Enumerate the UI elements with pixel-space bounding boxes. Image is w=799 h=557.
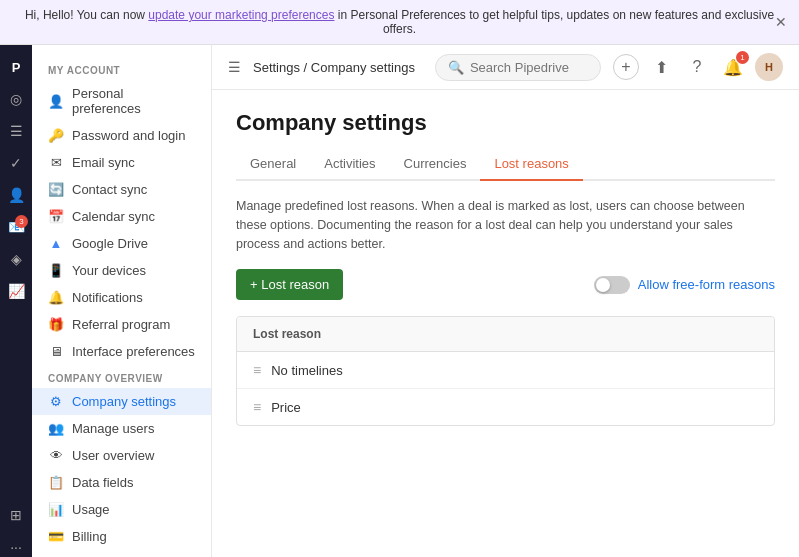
action-row: + Lost reason Allow free-form reasons xyxy=(236,269,775,300)
sidebar-label: Interface preferences xyxy=(72,344,195,359)
breadcrumb-current: Company settings xyxy=(311,60,415,75)
sidebar-item-company-settings[interactable]: ⚙ Company settings xyxy=(32,388,211,415)
data-fields-icon: 📋 xyxy=(48,475,64,490)
rail-reports-icon[interactable]: 📈 xyxy=(2,277,30,305)
sidebar-item-referral[interactable]: 🎁 Referral program xyxy=(32,311,211,338)
sidebar-item-user-overview[interactable]: 👁 User overview xyxy=(32,442,211,469)
table-header: Lost reason xyxy=(237,317,774,352)
toggle-knob xyxy=(596,278,610,292)
search-icon: 🔍 xyxy=(448,60,464,75)
devices-icon: 📱 xyxy=(48,263,64,278)
sidebar-item-notifications[interactable]: 🔔 Notifications xyxy=(32,284,211,311)
calendar-sync-icon: 📅 xyxy=(48,209,64,224)
add-button[interactable]: + xyxy=(613,54,639,80)
sidebar-label: Usage xyxy=(72,502,110,517)
tab-activities[interactable]: Activities xyxy=(310,148,389,181)
referral-icon: 🎁 xyxy=(48,317,64,332)
notification-bar: Hi, Hello! You can now update your marke… xyxy=(0,0,799,45)
table-row: ≡ No timelines xyxy=(237,352,774,389)
billing-icon: 💳 xyxy=(48,529,64,544)
search-input[interactable] xyxy=(470,60,588,75)
sidebar-item-google-drive[interactable]: ▲ Google Drive xyxy=(32,230,211,257)
sidebar: MY ACCOUNT 👤 Personal preferences 🔑 Pass… xyxy=(32,45,212,557)
add-lost-reason-button[interactable]: + Lost reason xyxy=(236,269,343,300)
search-box[interactable]: 🔍 xyxy=(435,54,601,81)
interface-icon: 🖥 xyxy=(48,344,64,359)
email-badge: 3 xyxy=(15,215,28,228)
sidebar-item-contact-sync[interactable]: 🔄 Contact sync xyxy=(32,176,211,203)
header-actions: + ⬆ ? 🔔 1 H xyxy=(613,53,783,81)
tabs: General Activities Currencies Lost reaso… xyxy=(236,148,775,181)
notif-text-prefix: Hi, Hello! You can now xyxy=(25,8,148,22)
personal-preferences-icon: 👤 xyxy=(48,94,64,109)
my-account-section-title: MY ACCOUNT xyxy=(32,57,211,80)
sidebar-item-data-fields[interactable]: 📋 Data fields xyxy=(32,469,211,496)
tab-lost-reasons[interactable]: Lost reasons xyxy=(480,148,582,181)
sidebar-item-password-login[interactable]: 🔑 Password and login xyxy=(32,122,211,149)
lost-reasons-table: Lost reason ≡ No timelines ≡ Price xyxy=(236,316,775,426)
user-overview-icon: 👁 xyxy=(48,448,64,463)
content-area: Company settings General Activities Curr… xyxy=(212,90,799,557)
company-settings-icon: ⚙ xyxy=(48,394,64,409)
sidebar-item-personal-preferences[interactable]: 👤 Personal preferences xyxy=(32,80,211,122)
free-form-toggle-row: Allow free-form reasons xyxy=(594,276,775,294)
upgrade-icon[interactable]: ⬆ xyxy=(647,53,675,81)
add-reason-label: + Lost reason xyxy=(250,277,329,292)
sidebar-item-your-devices[interactable]: 📱 Your devices xyxy=(32,257,211,284)
email-sync-icon: ✉ xyxy=(48,155,64,170)
sidebar-item-manage-users[interactable]: 👥 Manage users xyxy=(32,415,211,442)
rail-activities-icon[interactable]: ✓ xyxy=(2,149,30,177)
sidebar-item-email-sync[interactable]: ✉ Email sync xyxy=(32,149,211,176)
sidebar-label: Personal preferences xyxy=(72,86,195,116)
free-form-toggle[interactable] xyxy=(594,276,630,294)
sidebar-label: Your devices xyxy=(72,263,146,278)
rail-logo[interactable]: P xyxy=(2,53,30,81)
main-content: ☰ Settings / Company settings 🔍 + ⬆ ? 🔔 … xyxy=(212,45,799,557)
sidebar-label: Data fields xyxy=(72,475,133,490)
drag-handle-icon[interactable]: ≡ xyxy=(253,362,261,378)
sidebar-label: User overview xyxy=(72,448,154,463)
help-icon[interactable]: ? xyxy=(683,53,711,81)
sidebar-label: Billing xyxy=(72,529,107,544)
notifications-badge: 1 xyxy=(736,51,749,64)
notif-close-button[interactable]: ✕ xyxy=(775,14,787,30)
notif-text-suffix: in Personal Preferences to get helpful t… xyxy=(338,8,774,36)
avatar[interactable]: H xyxy=(755,53,783,81)
sidebar-item-billing[interactable]: 💳 Billing xyxy=(32,523,211,550)
tab-general[interactable]: General xyxy=(236,148,310,181)
company-overview-section-title: COMPANY OVERVIEW xyxy=(32,365,211,388)
page-title: Company settings xyxy=(236,110,775,136)
free-form-toggle-label: Allow free-form reasons xyxy=(638,277,775,292)
sidebar-label: Manage users xyxy=(72,421,154,436)
rail-home-icon[interactable]: ◎ xyxy=(2,85,30,113)
rail-insights-icon[interactable]: ⊞ xyxy=(2,501,30,529)
page-description: Manage predefined lost reasons. When a d… xyxy=(236,197,775,253)
rail-projects-icon[interactable]: ◈ xyxy=(2,245,30,273)
tab-currencies[interactable]: Currencies xyxy=(390,148,481,181)
sidebar-item-usage[interactable]: 📊 Usage xyxy=(32,496,211,523)
lost-reason-text: Price xyxy=(271,400,301,415)
sidebar-label: Password and login xyxy=(72,128,185,143)
usage-icon: 📊 xyxy=(48,502,64,517)
manage-users-icon: 👥 xyxy=(48,421,64,436)
menu-toggle-icon[interactable]: ☰ xyxy=(228,59,241,75)
app-header: ☰ Settings / Company settings 🔍 + ⬆ ? 🔔 … xyxy=(212,45,799,90)
lost-reason-text: No timelines xyxy=(271,363,343,378)
rail-deals-icon[interactable]: ☰ xyxy=(2,117,30,145)
notifications-bell-icon[interactable]: 🔔 1 xyxy=(719,53,747,81)
contact-sync-icon: 🔄 xyxy=(48,182,64,197)
drag-handle-icon[interactable]: ≡ xyxy=(253,399,261,415)
breadcrumb-root: Settings xyxy=(253,60,300,75)
breadcrumb-sep: / xyxy=(304,60,311,75)
notifications-icon: 🔔 xyxy=(48,290,64,305)
rail-contacts-icon[interactable]: 👤 xyxy=(2,181,30,209)
sidebar-label: Google Drive xyxy=(72,236,148,251)
sidebar-label: Company settings xyxy=(72,394,176,409)
sidebar-item-interface-preferences[interactable]: 🖥 Interface preferences xyxy=(32,338,211,365)
google-drive-icon: ▲ xyxy=(48,236,64,251)
rail-email-icon[interactable]: 📧 3 xyxy=(2,213,30,241)
table-row: ≡ Price xyxy=(237,389,774,425)
sidebar-item-calendar-sync[interactable]: 📅 Calendar sync xyxy=(32,203,211,230)
rail-more-icon[interactable]: ··· xyxy=(2,533,30,557)
notif-link[interactable]: update your marketing preferences xyxy=(148,8,334,22)
